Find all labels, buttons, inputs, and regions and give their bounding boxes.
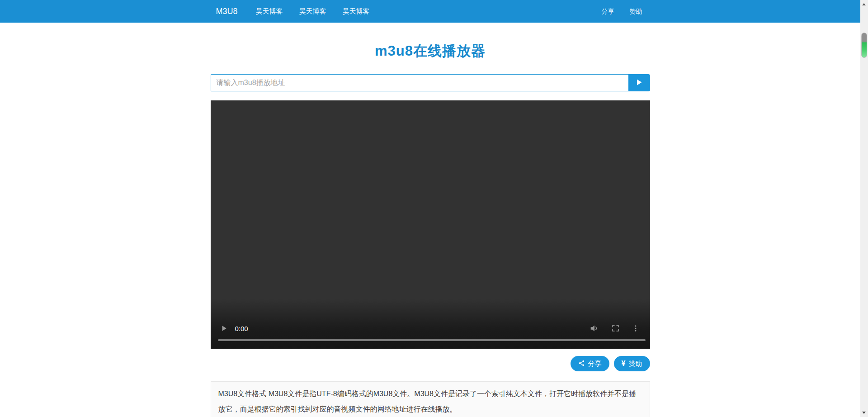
brand-link[interactable]: M3U8 [211, 0, 243, 23]
navbar: M3U8 昊天博客 昊天博客 昊天博客 分享 赞助 [0, 0, 860, 23]
nav-right: 分享 赞助 [594, 0, 650, 23]
donate-button[interactable]: ¥ 赞助 [614, 356, 650, 371]
nav-link-blog-2[interactable]: 昊天博客 [291, 0, 335, 23]
info-paragraph: M3U8文件格式 M3U8文件是指UTF-8编码格式的M3U8文件。M3U8文件… [218, 386, 642, 417]
video-overflow-menu-button[interactable] [629, 322, 642, 335]
main-container: m3u8在线播放器 0:00 [211, 42, 650, 417]
overflow-menu-icon [632, 324, 640, 334]
donate-button-label: 赞助 [629, 360, 642, 368]
scrollbar-up-arrow-icon[interactable] [862, 3, 866, 5]
nav-link-blog-1[interactable]: 昊天博客 [248, 0, 291, 23]
yen-icon: ¥ [622, 360, 626, 368]
video-fullscreen-button[interactable] [609, 322, 622, 335]
nav-link-blog-3[interactable]: 昊天博客 [335, 0, 378, 23]
fullscreen-icon [611, 324, 620, 334]
nav-share-link[interactable]: 分享 [594, 0, 622, 23]
page-title: m3u8在线播放器 [211, 42, 650, 61]
video-seekbar[interactable] [218, 339, 646, 341]
play-icon [221, 325, 227, 333]
m3u8-info-box: M3U8文件格式 M3U8文件是指UTF-8编码格式的M3U8文件。M3U8文件… [211, 381, 650, 417]
nav-donate-link[interactable]: 赞助 [622, 0, 650, 23]
video-volume-button[interactable] [588, 322, 600, 335]
page: M3U8 昊天博客 昊天博客 昊天博客 分享 赞助 m3u8在线播放器 [0, 0, 860, 417]
video-player[interactable]: 0:00 [211, 100, 650, 349]
navbar-inner: M3U8 昊天博客 昊天博客 昊天博客 分享 赞助 [211, 0, 650, 23]
url-input-group [211, 74, 650, 91]
play-icon [636, 79, 643, 87]
volume-icon [589, 323, 599, 335]
share-nodes-icon [578, 360, 585, 368]
vertical-scrollbar[interactable] [860, 0, 868, 417]
share-button-label: 分享 [588, 360, 602, 368]
nav-links: 昊天博客 昊天博客 昊天博客 [248, 0, 378, 23]
scrollbar-thumb[interactable] [861, 33, 867, 58]
video-controls-bar: 0:00 [211, 319, 650, 349]
action-buttons-row: 分享 ¥ 赞助 [211, 356, 650, 371]
video-play-button[interactable] [218, 322, 231, 335]
play-submit-button[interactable] [628, 74, 650, 91]
scrollbar-down-arrow-icon[interactable] [862, 412, 866, 414]
share-button[interactable]: 分享 [571, 356, 609, 371]
video-current-time: 0:00 [235, 325, 248, 332]
m3u8-url-input[interactable] [211, 74, 628, 91]
